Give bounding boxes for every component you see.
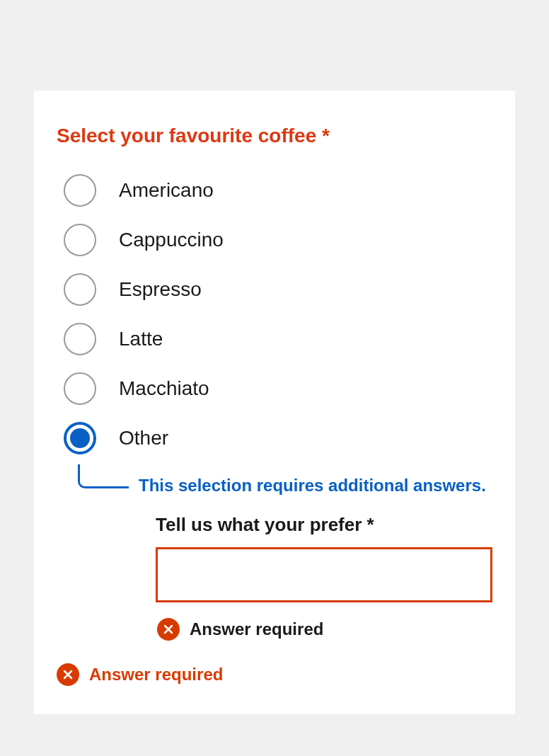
radio-circle-icon (64, 323, 96, 355)
radio-option-macchiato[interactable]: Macchiato (64, 372, 492, 405)
sub-section: This selection requires additional answe… (78, 464, 492, 641)
radio-circle-selected-icon (64, 422, 96, 454)
radio-label: Latte (119, 328, 163, 350)
radio-circle-icon (64, 273, 96, 306)
question-error-row: Answer required (57, 663, 492, 686)
radio-label: Other (119, 427, 168, 449)
radio-option-espresso[interactable]: Espresso (64, 273, 492, 306)
radio-option-cappuccino[interactable]: Cappuccino (64, 224, 492, 256)
error-icon (157, 618, 180, 641)
sub-question-error-text: Answer required (190, 619, 323, 639)
radio-label: Cappuccino (119, 229, 224, 251)
radio-label: Espresso (119, 278, 202, 301)
sub-info-text: This selection requires additional answe… (139, 476, 486, 496)
radio-option-americano[interactable]: Americano (64, 174, 492, 207)
sub-question-input[interactable] (156, 547, 492, 602)
sub-question-error-row: Answer required (157, 618, 492, 641)
radio-group: Americano Cappuccino Espresso Latte Macc… (57, 174, 492, 454)
radio-circle-icon (64, 174, 96, 207)
question-error-text: Answer required (89, 665, 223, 685)
sub-question: Tell us what your prefer * Answer requir… (156, 514, 492, 641)
form-card: Select your favourite coffee * Americano… (34, 91, 515, 714)
radio-option-other[interactable]: Other (64, 422, 492, 454)
sub-question-label: Tell us what your prefer * (156, 514, 492, 536)
radio-option-latte[interactable]: Latte (64, 323, 492, 355)
connector-line-icon (78, 464, 129, 488)
question-title: Select your favourite coffee * (57, 125, 492, 147)
connector-wrap: This selection requires additional answe… (78, 464, 492, 496)
radio-circle-icon (64, 224, 96, 256)
radio-circle-icon (64, 372, 96, 405)
error-icon (57, 663, 79, 686)
radio-label: Macchiato (119, 377, 209, 400)
radio-label: Americano (119, 179, 214, 202)
